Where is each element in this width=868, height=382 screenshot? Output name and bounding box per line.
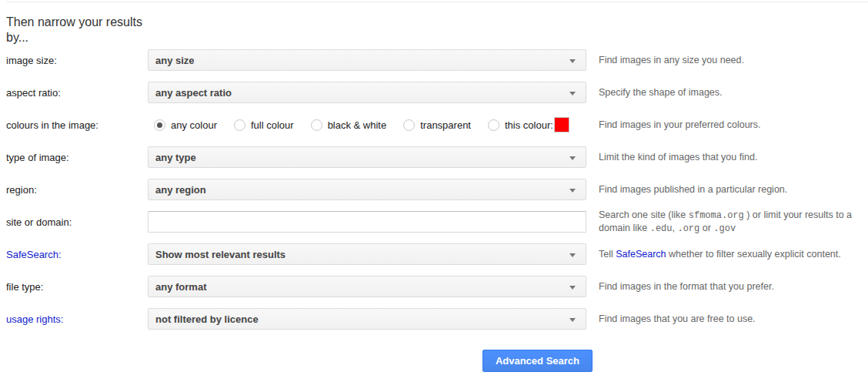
help-text-part: or <box>699 223 713 233</box>
safesearch-label: SafeSearch: <box>6 249 148 260</box>
image-size-help: Find images in any size you need. <box>599 54 866 66</box>
row-colours: colours in the image: any colour full co… <box>6 114 868 136</box>
colours-radio-group: any colour full colour black & white tra… <box>148 117 586 132</box>
image-size-select-value: any size <box>155 55 195 66</box>
help-text-part: Tell <box>599 249 616 260</box>
region-help: Find images published in a particular re… <box>599 183 866 196</box>
usage-rights-select-value: not filtered by licence <box>155 313 259 325</box>
radio-any-colour[interactable]: any colour <box>154 119 217 131</box>
radio-button-icon[interactable] <box>311 119 322 131</box>
radio-transparent-label[interactable]: transparent <box>420 119 471 131</box>
row-usage-rights: usage rights: not filtered by licence Fi… <box>6 308 868 330</box>
aspect-ratio-label: aspect ratio: <box>6 87 148 99</box>
safesearch-help: Tell SafeSearch whether to filter sexual… <box>599 248 866 260</box>
radio-full-colour-label[interactable]: full colour <box>251 119 294 131</box>
chevron-down-icon <box>569 286 576 290</box>
help-text-part: Search one site (like <box>599 209 689 220</box>
radio-this-colour[interactable]: this colour: <box>488 117 569 132</box>
type-of-image-help: Limit the kind of images that you find. <box>599 151 866 163</box>
row-file-type: file type: any format Find images in the… <box>6 276 868 297</box>
region-select[interactable]: any region <box>148 179 586 200</box>
chevron-down-icon <box>569 156 576 160</box>
type-of-image-select-value: any type <box>155 152 196 163</box>
row-site-or-domain: site or domain: Search one site (like sf… <box>6 211 868 233</box>
advanced-search-button[interactable]: Advanced Search <box>482 350 593 372</box>
row-type-of-image: type of image: any type Limit the kind o… <box>6 146 868 168</box>
type-of-image-select[interactable]: any type <box>148 146 586 168</box>
top-divider <box>6 2 868 2</box>
chevron-down-icon <box>569 189 576 193</box>
file-type-select[interactable]: any format <box>148 276 586 297</box>
safesearch-help-link[interactable]: SafeSearch <box>616 249 666 260</box>
radio-full-colour[interactable]: full colour <box>234 119 294 131</box>
help-text-part: whether to filter sexually explicit cont… <box>666 249 841 260</box>
file-type-label: file type: <box>6 281 148 293</box>
site-or-domain-help: Search one site (like sfmoma.org ) or li… <box>599 209 866 235</box>
chevron-down-icon <box>569 92 576 96</box>
page-title: Then narrow your results by... <box>6 15 149 45</box>
usage-rights-link[interactable]: usage rights: <box>6 313 63 325</box>
usage-rights-select[interactable]: not filtered by licence <box>148 308 586 330</box>
colour-swatch[interactable] <box>554 117 569 132</box>
aspect-ratio-help: Specify the shape of images. <box>599 86 866 99</box>
aspect-ratio-select-value: any aspect ratio <box>155 87 232 99</box>
image-size-label: image size: <box>6 55 148 66</box>
type-of-image-label: type of image: <box>6 152 148 163</box>
colours-help: Find images in your preferred colours. <box>599 119 866 131</box>
image-size-select[interactable]: any size <box>148 49 586 71</box>
site-or-domain-input[interactable] <box>148 211 586 233</box>
advanced-search-form: Then narrow your results by... image siz… <box>0 15 868 372</box>
usage-rights-label: usage rights: <box>6 313 148 325</box>
radio-button-icon[interactable] <box>154 119 165 131</box>
radio-transparent[interactable]: transparent <box>403 119 471 131</box>
row-safesearch: SafeSearch: Show most relevant results T… <box>6 243 868 265</box>
chevron-down-icon <box>569 59 576 63</box>
site-or-domain-label: site or domain: <box>6 216 148 228</box>
button-row: Advanced Search <box>6 350 593 372</box>
radio-black-white-label[interactable]: black & white <box>328 119 387 131</box>
region-select-value: any region <box>155 184 206 196</box>
radio-black-white[interactable]: black & white <box>311 119 387 131</box>
radio-any-colour-label[interactable]: any colour <box>171 119 217 131</box>
safesearch-select-value: Show most relevant results <box>155 249 285 260</box>
row-region: region: any region Find images published… <box>6 179 868 200</box>
chevron-down-icon <box>569 318 576 322</box>
radio-button-icon[interactable] <box>488 119 499 131</box>
colours-label: colours in the image: <box>6 119 148 131</box>
safesearch-link[interactable]: SafeSearch: <box>6 249 62 260</box>
chevron-down-icon <box>569 253 576 257</box>
file-type-select-value: any format <box>155 281 206 293</box>
row-image-size: image size: any size Find images in any … <box>6 49 868 71</box>
safesearch-select[interactable]: Show most relevant results <box>148 243 586 265</box>
radio-button-icon[interactable] <box>234 119 245 131</box>
radio-button-icon[interactable] <box>403 119 415 131</box>
usage-rights-help: Find images that you are free to use. <box>599 313 866 325</box>
file-type-help: Find images in the format that you prefe… <box>599 280 866 293</box>
help-mono-part: .edu <box>650 223 673 234</box>
region-label: region: <box>6 184 148 196</box>
radio-this-colour-label[interactable]: this colour: <box>505 119 553 131</box>
help-mono-part: .gov <box>713 223 736 234</box>
help-mono-part: sfmoma.org <box>689 210 744 221</box>
aspect-ratio-select[interactable]: any aspect ratio <box>148 82 586 103</box>
row-aspect-ratio: aspect ratio: any aspect ratio Specify t… <box>6 82 868 103</box>
help-mono-part: .org <box>677 223 699 234</box>
